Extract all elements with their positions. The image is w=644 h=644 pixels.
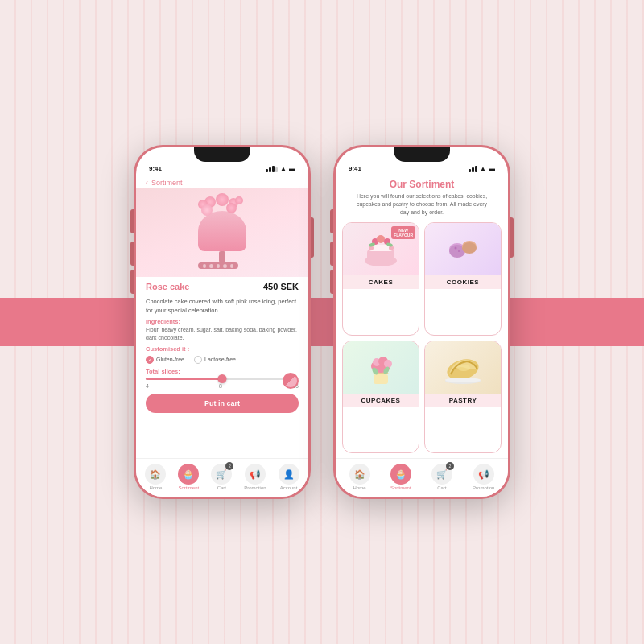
cart-icon-2: 🛒 2 xyxy=(431,464,452,485)
promo-icon-2: 📢 xyxy=(473,464,494,485)
slider-track[interactable] xyxy=(146,378,299,380)
lactose-free-option[interactable]: Lactose-free xyxy=(194,356,236,364)
divider xyxy=(146,295,299,295)
sortiment-icon-1: 🧁 xyxy=(178,464,199,485)
cart-label-1: Cart xyxy=(217,485,226,490)
ingredients-text: Flour, heavy cream, sugar, salt, baking … xyxy=(146,326,299,342)
new-flavour-badge: NEWFLAVOUR xyxy=(391,226,415,239)
wifi-icon-2: ▲ xyxy=(480,165,486,172)
svg-point-4 xyxy=(377,235,385,243)
cupcakes-image xyxy=(343,341,419,394)
product-name: Rose cake xyxy=(146,282,189,291)
slider-fill xyxy=(146,378,222,380)
time-2: 9:41 xyxy=(349,165,361,172)
cart-label-2: Cart xyxy=(437,485,446,490)
cart-icon-1: 🛒 2 xyxy=(211,464,232,485)
ingredients-label: Ingredients: xyxy=(146,318,299,325)
nav-cart-1[interactable]: 🛒 2 Cart xyxy=(211,464,232,490)
product-info: Rose cake 450 SEK Chocolate cake covered… xyxy=(136,277,308,458)
gluten-free-label: Gluten-free xyxy=(156,357,184,362)
gluten-free-checkbox[interactable] xyxy=(146,356,154,364)
nav-home-1[interactable]: 🏠 Home xyxy=(145,464,166,490)
category-cookies[interactable]: COOKIES xyxy=(424,222,502,335)
phone-detail: 9:41 ▲ ▬ ‹ Sortiment xyxy=(134,145,311,499)
svg-point-16 xyxy=(454,247,456,250)
back-arrow-icon: ‹ xyxy=(146,179,148,187)
gluten-free-option[interactable]: Gluten-free xyxy=(146,356,184,364)
cart-badge-2: 2 xyxy=(446,462,454,470)
pastry-image xyxy=(425,341,501,394)
account-label-1: Account xyxy=(280,485,298,490)
slider-mid: 8 xyxy=(219,383,222,389)
sortiment-label-2: Sortiment xyxy=(390,485,411,490)
cart-badge-1: 2 xyxy=(225,462,233,470)
category-pastry[interactable]: PASTRY xyxy=(424,341,502,453)
cookies-image xyxy=(425,223,501,275)
lactose-free-label: Lactose-free xyxy=(204,357,236,362)
add-to-cart-button[interactable]: Put in cart xyxy=(146,394,299,413)
svg-point-15 xyxy=(462,242,477,254)
nav-account-1[interactable]: 👤 Account xyxy=(279,464,299,490)
back-label: Sortiment xyxy=(151,179,183,187)
home-label-2: Home xyxy=(353,485,366,490)
battery-icon-2: ▬ xyxy=(489,165,495,172)
category-cupcakes[interactable]: CUPCAKES xyxy=(342,341,419,453)
home-label-1: Home xyxy=(149,485,162,490)
phone-category: 9:41 ▲ ▬ Our Sortiment Here you will fou… xyxy=(333,145,510,499)
svg-rect-1 xyxy=(367,250,394,261)
svg-rect-18 xyxy=(374,374,388,384)
customise-label: Customised it : xyxy=(146,345,299,353)
bottom-nav-1: 🏠 Home 🧁 Sortiment 🛒 2 Cart 📢 Promotion … xyxy=(136,458,308,497)
cake-illustration xyxy=(198,211,246,269)
category-description: Here you will found our selections of ca… xyxy=(345,192,498,216)
bottom-nav-2: 🏠 Home 🧁 Sortiment 🛒 2 Cart 📢 Promotion xyxy=(336,458,508,497)
status-icons-2: ▲ ▬ xyxy=(469,165,495,172)
product-price: 450 SEK xyxy=(263,282,299,291)
cupcakes-label: CUPCAKES xyxy=(343,394,419,407)
home-icon-1: 🏠 xyxy=(145,464,166,485)
svg-point-17 xyxy=(458,250,460,252)
nav-promo-2[interactable]: 📢 Promotion xyxy=(473,464,494,490)
promo-label-2: Promotion xyxy=(473,485,494,490)
time-1: 9:41 xyxy=(149,165,162,172)
svg-point-28 xyxy=(445,378,481,382)
nav-cart-2[interactable]: 🛒 2 Cart xyxy=(431,464,452,490)
product-description: Chocolate cake covered with soft pink ro… xyxy=(146,298,299,315)
svg-point-26 xyxy=(457,365,470,371)
lactose-free-checkbox[interactable] xyxy=(194,356,202,364)
promo-label-1: Promotion xyxy=(244,485,266,490)
category-grid: NEWFLAVOUR xyxy=(336,217,508,458)
category-header: Our Sortiment Here you will found our se… xyxy=(336,175,508,217)
nav-sortiment-1[interactable]: 🧁 Sortiment xyxy=(178,464,199,490)
back-nav[interactable]: ‹ Sortiment xyxy=(136,175,308,188)
cakes-label: CAKES xyxy=(343,275,419,289)
home-icon-2: 🏠 xyxy=(349,464,370,485)
wifi-icon: ▲ xyxy=(280,165,287,172)
status-bar-2: 9:41 ▲ ▬ xyxy=(336,147,508,175)
hero-image xyxy=(136,188,308,277)
dietary-options: Gluten-free Lactose-free xyxy=(146,356,299,364)
cookies-label: COOKIES xyxy=(425,275,501,289)
slider-thumb[interactable] xyxy=(218,374,227,383)
promo-icon-1: 📢 xyxy=(245,464,266,485)
battery-icon: ▬ xyxy=(289,165,295,172)
cakes-image: NEWFLAVOUR xyxy=(343,223,419,275)
account-icon-1: 👤 xyxy=(279,464,299,485)
sortiment-label-1: Sortiment xyxy=(179,485,200,490)
slider-min: 4 xyxy=(146,383,149,389)
pastry-label: PASTRY xyxy=(425,394,501,407)
sortiment-icon-2: 🧁 xyxy=(390,464,411,485)
cake-slice-icon xyxy=(283,373,299,389)
nav-home-2[interactable]: 🏠 Home xyxy=(349,464,370,490)
category-cakes[interactable]: NEWFLAVOUR xyxy=(342,222,419,335)
slider-labels: 4 8 16 xyxy=(146,383,299,389)
slices-slider-container: 4 8 16 xyxy=(146,378,299,389)
status-icons-1: ▲ ▬ xyxy=(266,165,295,172)
nav-promo-1[interactable]: 📢 Promotion xyxy=(244,464,266,490)
status-bar-1: 9:41 ▲ ▬ xyxy=(136,147,308,175)
nav-sortiment-2[interactable]: 🧁 Sortiment xyxy=(390,464,411,490)
category-title: Our Sortiment xyxy=(345,179,498,190)
